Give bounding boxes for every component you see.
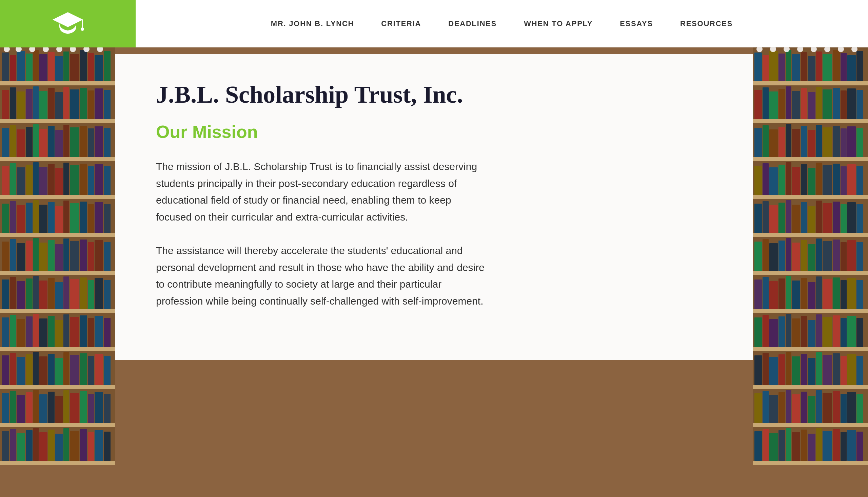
svg-rect-91 <box>95 202 103 233</box>
svg-rect-320 <box>823 317 832 347</box>
svg-rect-114 <box>26 279 32 309</box>
svg-rect-267 <box>786 200 791 233</box>
svg-rect-129 <box>17 319 25 347</box>
svg-rect-350 <box>808 396 815 423</box>
svg-rect-87 <box>64 201 69 233</box>
svg-rect-247 <box>754 166 762 195</box>
svg-rect-258 <box>841 166 846 195</box>
svg-rect-12 <box>39 54 47 81</box>
svg-rect-225 <box>833 88 840 119</box>
svg-rect-92 <box>104 204 111 233</box>
svg-rect-122 <box>88 280 94 309</box>
svg-rect-200 <box>823 54 832 81</box>
svg-rect-281 <box>769 243 778 271</box>
svg-rect-305 <box>833 278 840 309</box>
svg-rect-89 <box>80 202 87 233</box>
svg-rect-191 <box>754 53 762 81</box>
svg-rect-137 <box>80 315 87 347</box>
svg-rect-42 <box>88 90 94 119</box>
svg-rect-121 <box>80 278 87 309</box>
svg-rect-69 <box>48 164 55 195</box>
svg-rect-117 <box>48 278 55 309</box>
svg-rect-282 <box>779 241 785 271</box>
svg-rect-144 <box>10 353 16 385</box>
svg-rect-195 <box>786 50 791 81</box>
svg-rect-298 <box>779 279 785 309</box>
svg-rect-99 <box>33 238 39 271</box>
svg-rect-86 <box>55 206 63 233</box>
svg-rect-78 <box>0 233 115 237</box>
svg-rect-193 <box>769 51 778 81</box>
svg-rect-152 <box>70 355 79 385</box>
svg-rect-169 <box>80 391 87 423</box>
svg-rect-110 <box>0 309 115 313</box>
svg-rect-263 <box>754 203 762 233</box>
svg-rect-155 <box>95 354 103 385</box>
svg-rect-348 <box>792 394 800 423</box>
svg-rect-174 <box>0 461 115 465</box>
svg-rect-51 <box>33 124 39 157</box>
svg-rect-312 <box>762 315 769 347</box>
svg-rect-82 <box>26 203 32 233</box>
svg-rect-235 <box>786 124 791 157</box>
svg-rect-287 <box>816 239 822 271</box>
svg-rect-100 <box>39 243 47 271</box>
svg-rect-216 <box>762 87 769 119</box>
main-nav: MR. JOHN B. LYNCH CRITERIA DEADLINES WHE… <box>136 19 868 28</box>
svg-rect-204 <box>856 51 863 81</box>
svg-rect-10 <box>26 54 32 81</box>
svg-rect-47 <box>2 128 9 157</box>
svg-rect-160 <box>10 391 16 423</box>
svg-rect-185 <box>80 429 87 461</box>
svg-rect-123 <box>95 278 103 309</box>
svg-rect-88 <box>70 203 79 233</box>
svg-rect-231 <box>754 128 762 157</box>
mission-paragraph-2: The assistance will thereby accelerate t… <box>156 242 488 309</box>
svg-rect-257 <box>833 164 840 195</box>
svg-rect-119 <box>64 276 69 309</box>
svg-rect-368 <box>823 431 832 461</box>
svg-rect-135 <box>64 314 69 347</box>
svg-rect-232 <box>762 125 769 157</box>
svg-rect-276 <box>856 204 863 233</box>
nav-criteria[interactable]: CRITERIA <box>381 19 421 28</box>
nav-when-to-apply[interactable]: WHEN TO APPLY <box>524 19 593 28</box>
svg-rect-124 <box>104 280 111 309</box>
svg-rect-241 <box>833 126 840 157</box>
svg-rect-274 <box>841 204 846 233</box>
svg-rect-184 <box>70 431 79 461</box>
nav-deadlines[interactable]: DEADLINES <box>448 19 497 28</box>
svg-rect-103 <box>64 239 69 271</box>
svg-rect-35 <box>33 86 39 119</box>
svg-rect-90 <box>88 204 94 233</box>
nav-mr-john[interactable]: MR. JOHN B. LYNCH <box>271 19 354 28</box>
svg-rect-308 <box>856 280 863 309</box>
svg-rect-366 <box>808 434 815 461</box>
svg-rect-248 <box>762 163 769 195</box>
svg-rect-95 <box>2 242 9 271</box>
svg-rect-104 <box>70 241 79 271</box>
svg-rect-111 <box>2 280 9 309</box>
svg-rect-342 <box>753 423 868 427</box>
svg-rect-11 <box>33 50 39 81</box>
svg-rect-49 <box>17 129 25 157</box>
svg-rect-256 <box>823 165 832 195</box>
nav-resources[interactable]: RESOURCES <box>680 19 733 28</box>
svg-rect-252 <box>792 167 800 195</box>
nav-essays[interactable]: ESSAYS <box>620 19 653 28</box>
svg-rect-126 <box>0 347 115 351</box>
svg-rect-333 <box>801 354 807 385</box>
svg-rect-340 <box>856 356 863 385</box>
svg-rect-98 <box>26 241 32 271</box>
svg-rect-317 <box>801 316 807 347</box>
svg-rect-177 <box>17 433 25 461</box>
svg-rect-223 <box>816 87 822 119</box>
svg-rect-175 <box>2 431 9 461</box>
svg-rect-226 <box>841 90 846 119</box>
svg-rect-58 <box>88 128 94 157</box>
svg-rect-171 <box>95 392 103 423</box>
svg-rect-275 <box>847 202 856 233</box>
svg-rect-330 <box>779 354 785 385</box>
svg-rect-74 <box>88 166 94 195</box>
svg-rect-62 <box>0 195 115 199</box>
